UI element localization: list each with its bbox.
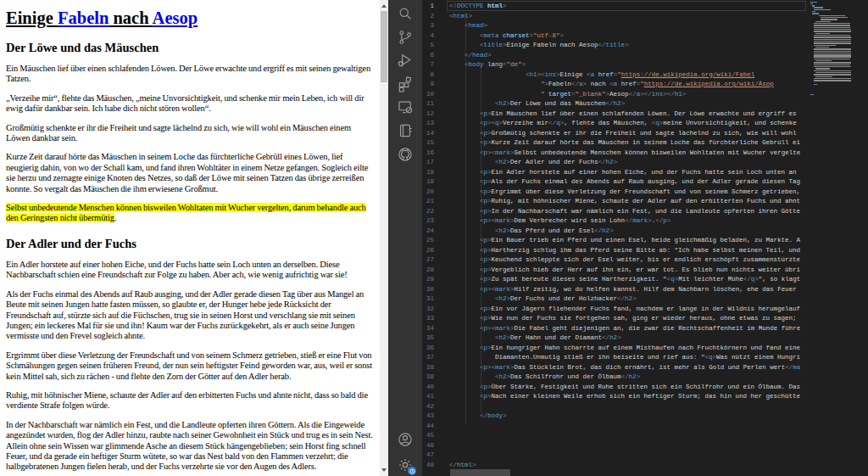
- title-text: Einige: [6, 8, 58, 27]
- minimap-line: [814, 7, 823, 8]
- code-line[interactable]: 27 <p>Keuchend schleppte sich der Esel w…: [422, 255, 808, 266]
- code-line[interactable]: 33 <p>Wie nun der Fuchs sie fortgehen sa…: [422, 314, 808, 324]
- line-number: 11: [422, 99, 434, 109]
- code-line[interactable]: 31 <h2>Der Fuchs und der Holzhacker</h2>: [422, 294, 808, 305]
- minimap-line: [814, 64, 850, 65]
- scroll-up-arrow[interactable]: [381, 4, 387, 8]
- code-line[interactable]: 8 <h1><ins>Einige <a href="https://de.wi…: [422, 70, 808, 81]
- run-and-debug-icon[interactable]: [397, 52, 414, 69]
- code-line[interactable]: 47: [422, 451, 808, 461]
- code-line[interactable]: 7 <body lang="de">: [422, 60, 808, 70]
- code-line[interactable]: 6 </head>: [422, 51, 808, 61]
- code-line[interactable]: 22 <p>In der Nachbarschaft war nämlich e…: [422, 207, 808, 217]
- line-number: 48: [422, 461, 434, 471]
- code-line[interactable]: 1<!DOCTYPE html>: [422, 2, 808, 12]
- line-number: 31: [422, 294, 434, 305]
- code-line[interactable]: 41 <p>Nach einer kleinen Weile erhob sic…: [422, 392, 808, 402]
- minimap-line: [814, 29, 851, 30]
- wiki-link-aesop[interactable]: Aesop: [153, 8, 198, 27]
- source-control-icon[interactable]: [397, 29, 414, 46]
- code-line[interactable]: 17 <h2>Der Adler und der Fuchs</h2>: [422, 158, 808, 168]
- code-line[interactable]: 2<html>: [422, 12, 808, 22]
- account-icon[interactable]: [397, 431, 414, 448]
- code-line[interactable]: 3 <head>: [422, 21, 808, 31]
- code-line[interactable]: 36 <p>Ein hungriger Hahn scharrte auf ei…: [422, 344, 808, 354]
- code-line[interactable]: 44: [422, 422, 808, 432]
- line-number: 14: [422, 129, 434, 139]
- code-line[interactable]: 35 <h2>Der Hahn und der Diamant</h2>: [422, 333, 808, 344]
- code-line[interactable]: 10 " target="_blank">Aesop</a></ins></h1…: [422, 90, 808, 100]
- code-line[interactable]: 26 <p>Hartherzig schlug ihm das Pferd se…: [422, 246, 808, 256]
- minimap-line: [812, 11, 815, 12]
- code-area[interactable]: 1<!DOCTYPE html>2<html>3 <head>4 <meta c…: [422, 2, 808, 471]
- code-editor[interactable]: 1<!DOCTYPE html>2<html>3 <head>4 <meta c…: [422, 0, 868, 476]
- minimap-line: [814, 80, 851, 81]
- code-line[interactable]: 19 <p>Als der Fuchs einmal des Abends au…: [422, 177, 808, 188]
- code-line[interactable]: 45: [422, 431, 808, 441]
- code-line[interactable]: 25 <p>Ein Bauer trieb ein Pferd und eine…: [422, 236, 808, 246]
- fable-paragraph: Kurze Zeit darauf hörte das Mäuschen in …: [6, 152, 373, 194]
- notebook-icon[interactable]: [397, 122, 414, 139]
- code-line[interactable]: 24 <h2>Das Pferd und der Esel</h2>: [422, 227, 808, 237]
- line-number: 36: [422, 344, 434, 354]
- code-line[interactable]: 43 </body>: [422, 412, 808, 422]
- code-line[interactable]: 11 <h2>Der Löwe und das Mäuschen</h2>: [422, 99, 808, 109]
- code-line[interactable]: 23 <p><mark>Dem Verbrecher wird sein Loh…: [422, 216, 808, 227]
- line-number: 39: [422, 372, 434, 383]
- code-line[interactable]: 4 <meta charset="utf-8">: [422, 31, 808, 42]
- code-line[interactable]: 30 <p><mark>Hilf zeitig, wo du helfen ka…: [422, 285, 808, 295]
- minimap-line: [814, 39, 851, 40]
- code-line[interactable]: 21 <p>Ruhig, mit höhnischer Miene, schau…: [422, 197, 808, 207]
- minimap[interactable]: [808, 0, 854, 476]
- line-number: 40: [422, 383, 434, 393]
- code-line[interactable]: 13 <p><q>Verzeihe mir</q>, flehte das Mä…: [422, 119, 808, 129]
- search-icon[interactable]: [397, 5, 414, 22]
- code-line[interactable]: 18 <p>Ein Adler horstete auf einer hohen…: [422, 168, 808, 178]
- code-line[interactable]: 28 <p>Vergeblich hieb der Herr auf ihn e…: [422, 266, 808, 276]
- preview-scrollbar-thumb[interactable]: [381, 11, 387, 82]
- github-icon[interactable]: [397, 146, 414, 163]
- code-line[interactable]: 46: [422, 441, 808, 451]
- preview-content: Der Löwe und das MäuschenEin Mäuschen li…: [6, 41, 373, 476]
- line-number: 2: [422, 12, 434, 22]
- line-number: 5: [422, 41, 434, 51]
- code-line[interactable]: 29 <p>Zu spät bereute dieses seine Harth…: [422, 275, 808, 285]
- settings-gear-icon[interactable]: [397, 456, 414, 473]
- fable-heading: Der Adler und der Fuchs: [6, 237, 373, 251]
- line-number: 4: [422, 31, 434, 42]
- editor-scrollbar-area[interactable]: [854, 0, 868, 476]
- line-number: 35: [422, 333, 434, 344]
- code-line[interactable]: 39 <h2>Das Schilfrohr und der Ölbaum</h2…: [422, 372, 808, 383]
- remote-explorer-icon[interactable]: [397, 98, 414, 115]
- code-line[interactable]: 16 <p><mark>Selbst unbedeutende Menschen…: [422, 148, 808, 159]
- minimap-line: [819, 15, 845, 16]
- code-line[interactable]: 34 <p><mark>Die Fabel geht diejenigen an…: [422, 324, 808, 334]
- fable-paragraph: Als der Fuchs einmal des Abends auf Raub…: [6, 289, 373, 342]
- line-number: 10: [422, 90, 434, 100]
- extensions-icon[interactable]: [397, 76, 414, 92]
- code-line[interactable]: 9 ">Fabeln</a> nach <a href="https://de.…: [422, 80, 808, 90]
- line-number: 25: [422, 236, 434, 246]
- minimap-line: [814, 36, 851, 37]
- code-line[interactable]: 40 <p>Über Stärke, Festigkeit und Ruhe s…: [422, 383, 808, 393]
- code-line[interactable]: 15 <p>Kurze Zeit darauf hörte das Mäusch…: [422, 138, 808, 148]
- line-number: 8: [422, 70, 434, 81]
- minimap-line: [815, 72, 851, 73]
- code-line[interactable]: 42: [422, 402, 808, 412]
- code-line[interactable]: 14 <p>Großmütig schenkte er ihr die Frei…: [422, 129, 808, 139]
- minimap-line: [814, 78, 851, 79]
- wiki-link-fabeln[interactable]: Fabeln: [58, 8, 108, 27]
- line-number: 26: [422, 246, 434, 256]
- horizontal-scrollbar-thumb[interactable]: [450, 469, 510, 476]
- code-line[interactable]: 32 <p>Ein vor Jägern fliehender Fuchs fa…: [422, 305, 808, 315]
- code-line[interactable]: 38 <p><mark>Das Stücklein Brot, das dich…: [422, 363, 808, 373]
- preview-vertical-scrollbar[interactable]: [380, 0, 388, 476]
- code-line[interactable]: 37 Diamanten.Unmutig stieß er ihn beisei…: [422, 353, 808, 363]
- line-number: 6: [422, 51, 434, 61]
- code-line[interactable]: 20 <p>Ergrimmt über diese Verletzung der…: [422, 188, 808, 198]
- code-line[interactable]: 12 <p>Ein Mäuschen lief über einen schla…: [422, 109, 808, 120]
- scroll-down-arrow[interactable]: [381, 468, 387, 472]
- minimap-line: [814, 45, 836, 46]
- minimap-line: [814, 25, 850, 25]
- code-line[interactable]: 5 <title>Einige Fabeln nach Aesop</title…: [422, 41, 808, 51]
